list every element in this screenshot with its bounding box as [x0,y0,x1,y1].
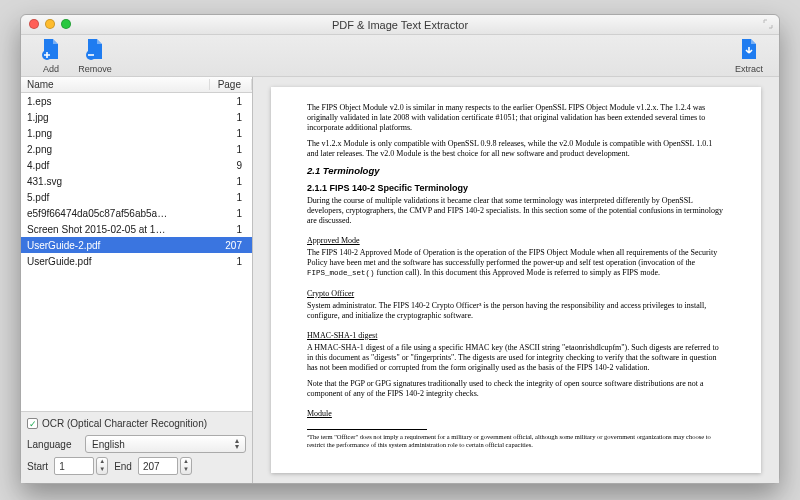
add-label: Add [29,64,73,74]
file-name: UserGuide-2.pdf [21,240,210,251]
chevron-updown-icon: ▴▾ [235,438,239,450]
file-pagecount: 9 [210,160,252,171]
fullscreen-icon[interactable] [763,19,773,29]
minimize-window-icon[interactable] [45,19,55,29]
start-field[interactable]: 1 [54,457,94,475]
window-title: PDF & Image Text Extractor [332,19,468,31]
remove-label: Remove [73,64,117,74]
file-row[interactable]: e5f9f66474da05c87af56ab5a…1 [21,205,252,221]
doc-subheading: 2.1.1 FIPS 140-2 Specific Terminology [307,183,725,194]
traffic-lights [29,19,71,29]
file-pagecount: 1 [210,144,252,155]
close-window-icon[interactable] [29,19,39,29]
language-select[interactable]: English ▴▾ [85,435,246,453]
file-pagecount: 1 [210,96,252,107]
doc-para: The FIPS Object Module v2.0 is similar i… [307,103,725,133]
end-label: End [114,461,132,472]
file-row[interactable]: 4.pdf9 [21,157,252,173]
file-name: e5f9f66474da05c87af56ab5a… [21,208,210,219]
file-row[interactable]: 1.eps1 [21,93,252,109]
footnote-rule [307,429,427,430]
file-pagecount: 207 [210,240,252,251]
file-name: Screen Shot 2015-02-05 at 1… [21,224,210,235]
preview-pane[interactable]: The FIPS Object Module v2.0 is similar i… [253,77,779,483]
start-label: Start [27,461,48,472]
doc-para: The v1.2.x Module is only compatible wit… [307,139,725,159]
document-add-icon [39,37,63,61]
end-stepper[interactable]: 207 ▲▼ [138,457,192,475]
file-name: 1.eps [21,96,210,107]
file-pagecount: 1 [210,224,252,235]
doc-term: Approved Mode [307,236,360,246]
sidebar: Name Page 1.eps11.jpg11.png12.png14.pdf9… [21,77,253,483]
doc-heading: 2.1 Terminology [307,165,725,177]
file-name: 431.svg [21,176,210,187]
titlebar[interactable]: PDF & Image Text Extractor [21,15,779,35]
doc-para: The FIPS 140-2 Approved Mode of Operatio… [307,248,725,278]
extract-button[interactable]: Extract [727,37,771,74]
doc-para: System administrator. The FIPS 140-2 Cry… [307,301,725,321]
file-pagecount: 1 [210,128,252,139]
file-row[interactable]: 1.png1 [21,125,252,141]
language-label: Language [27,439,79,450]
doc-term: Crypto Officer [307,289,354,299]
language-value: English [92,439,125,450]
document-extract-icon [737,37,761,61]
document-page: The FIPS Object Module v2.0 is similar i… [271,87,761,473]
sidebar-controls: ✓ OCR (Optical Character Recognition) La… [21,411,252,483]
file-list-header[interactable]: Name Page [21,77,252,93]
doc-para: During the course of multiple validation… [307,196,725,226]
extract-label: Extract [727,64,771,74]
file-pagecount: 1 [210,112,252,123]
file-list[interactable]: 1.eps11.jpg11.png12.png14.pdf9431.svg15.… [21,93,252,411]
start-stepper[interactable]: 1 ▲▼ [54,457,108,475]
file-pagecount: 1 [210,256,252,267]
file-row[interactable]: 431.svg1 [21,173,252,189]
end-stepper-buttons[interactable]: ▲▼ [180,457,192,475]
toolbar: Add Remove Extract [21,35,779,77]
app-window: PDF & Image Text Extractor Add Remove Ex… [20,14,780,484]
file-name: 1.png [21,128,210,139]
doc-term: HMAC-SHA-1 digest [307,331,377,341]
file-name: 2.png [21,144,210,155]
start-stepper-buttons[interactable]: ▲▼ [96,457,108,475]
doc-term: Module [307,409,332,419]
file-pagecount: 1 [210,192,252,203]
header-page[interactable]: Page [210,79,252,90]
file-name: 5.pdf [21,192,210,203]
ocr-label: OCR (Optical Character Recognition) [42,418,207,429]
doc-footnote: ³The term "Officer" does not imply a req… [307,433,725,449]
file-pagecount: 1 [210,208,252,219]
file-row[interactable]: UserGuide.pdf1 [21,253,252,269]
file-row[interactable]: 5.pdf1 [21,189,252,205]
doc-para: Note that the PGP or GPG signatures trad… [307,379,725,399]
file-row[interactable]: Screen Shot 2015-02-05 at 1…1 [21,221,252,237]
zoom-window-icon[interactable] [61,19,71,29]
ocr-checkbox[interactable]: ✓ [27,418,38,429]
file-row[interactable]: 1.jpg1 [21,109,252,125]
file-pagecount: 1 [210,176,252,187]
file-name: 1.jpg [21,112,210,123]
remove-button[interactable]: Remove [73,37,117,74]
document-remove-icon [83,37,107,61]
doc-para: A HMAC-SHA-1 digest of a file using a sp… [307,343,725,373]
file-row[interactable]: 2.png1 [21,141,252,157]
file-row[interactable]: UserGuide-2.pdf207 [21,237,252,253]
file-name: 4.pdf [21,160,210,171]
header-name[interactable]: Name [21,79,210,90]
file-name: UserGuide.pdf [21,256,210,267]
add-button[interactable]: Add [29,37,73,74]
end-field[interactable]: 207 [138,457,178,475]
